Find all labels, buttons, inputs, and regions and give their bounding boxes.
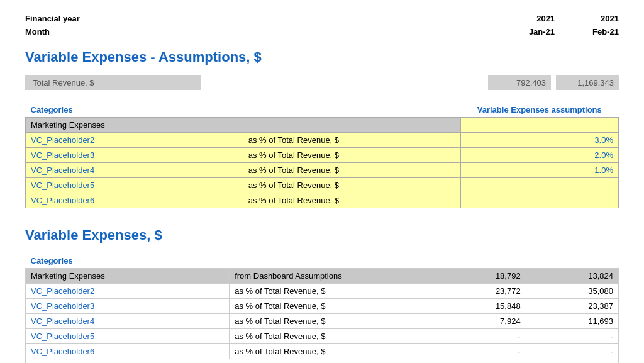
financial-year-label: Financial year: [25, 13, 80, 26]
exp-data-col2-3: as % of Total Revenue, $: [230, 313, 433, 328]
assumptions-section: Variable Expenses - Assumptions, $ Total…: [25, 49, 619, 208]
col2-month: Feb-21: [592, 26, 619, 39]
assump-data-assump-2: 2.0%: [460, 147, 618, 162]
col1-header: 2021 Jan-21: [529, 13, 555, 39]
exp-data-val1-2: 15,848: [433, 298, 526, 313]
assump-data-assump-empty-4: [460, 177, 618, 193]
exp-data-val2-2: 23,387: [526, 298, 618, 313]
assump-data-col2-3: as % of Total Revenue, $: [243, 162, 460, 177]
exp-data-val1-1: 23,772: [433, 283, 526, 298]
exp-data-col2-5: as % of Total Revenue, $: [230, 343, 433, 359]
assump-data-col1-1: VC_Placeholder2: [26, 132, 243, 147]
page-header: Financial year Month 2021 Jan-21 2021 Fe…: [25, 13, 619, 39]
assump-data-assump-empty-5: [460, 193, 618, 208]
assump-data-col2-5: as % of Total Revenue, $: [243, 193, 460, 208]
header-right: 2021 Jan-21 2021 Feb-21: [529, 13, 619, 39]
exp-section-val1-0: 18,792: [433, 268, 526, 283]
col1-year: 2021: [529, 13, 555, 26]
exp-data-val1-5: -: [433, 343, 526, 359]
col2-year: 2021: [592, 13, 619, 26]
exp-data-col1-4: VC_Placeholder5: [26, 328, 230, 343]
assump-data-assump-1: 3.0%: [460, 132, 618, 147]
assump-data-col1-2: VC_Placeholder3: [26, 147, 243, 162]
month-label: Month: [25, 26, 80, 39]
expenses-col-header-val2: [526, 254, 618, 269]
expenses-table: Categories Marketing Expenses from Dashb…: [25, 254, 619, 363]
exp-section-col2-0: from Dashboard Assumptions: [230, 268, 433, 283]
exp-data-col2-2: as % of Total Revenue, $: [230, 298, 433, 313]
assumptions-col-header-variable: Variable Expenses assumptions: [460, 103, 618, 118]
exp-section-col1-0: Marketing Expenses: [26, 268, 230, 283]
col2-header: 2021 Feb-21: [592, 13, 619, 39]
expenses-section: Variable Expenses, $ Categories Marketin…: [25, 227, 619, 363]
total-label: Total Variable Expenses: [26, 359, 433, 363]
assumptions-col-header-categories: Categories: [26, 103, 243, 118]
expenses-col-header-categories: Categories: [26, 254, 230, 269]
total-revenue-label: Total Revenue, $: [25, 75, 201, 90]
exp-data-val2-5: -: [526, 343, 618, 359]
assumptions-col-header-empty: [243, 103, 460, 118]
exp-data-col1-1: VC_Placeholder2: [26, 283, 230, 298]
exp-data-col2-4: as % of Total Revenue, $: [230, 328, 433, 343]
assump-data-col2-1: as % of Total Revenue, $: [243, 132, 460, 147]
total-revenue-row: Total Revenue, $ 792,403 1,169,343: [25, 75, 619, 90]
exp-data-val2-4: -: [526, 328, 618, 343]
total-val2: 83,985: [526, 359, 618, 363]
assump-data-col1-3: VC_Placeholder4: [26, 162, 243, 177]
exp-data-val1-4: -: [433, 328, 526, 343]
exp-data-val2-1: 35,080: [526, 283, 618, 298]
assump-data-col1-5: VC_Placeholder6: [26, 193, 243, 208]
assump-data-assump-3: 1.0%: [460, 162, 618, 177]
assump-section-header-col1: Marketing Expenses: [26, 117, 461, 132]
assump-data-col2-4: as % of Total Revenue, $: [243, 177, 460, 193]
exp-section-val2-0: 13,824: [526, 268, 618, 283]
exp-data-col1-2: VC_Placeholder3: [26, 298, 230, 313]
expenses-col-header-val1: [433, 254, 526, 269]
total-val1: 66,336: [433, 359, 526, 363]
total-revenue-values: 792,403 1,169,343: [488, 75, 619, 90]
exp-data-col1-3: VC_Placeholder4: [26, 313, 230, 328]
assump-data-col2-2: as % of Total Revenue, $: [243, 147, 460, 162]
exp-data-col2-1: as % of Total Revenue, $: [230, 283, 433, 298]
exp-data-col1-5: VC_Placeholder6: [26, 343, 230, 359]
assump-section-header-assump: [460, 117, 618, 132]
assumptions-table: Categories Variable Expenses assumptions…: [25, 103, 619, 208]
header-left: Financial year Month: [25, 13, 80, 39]
total-revenue-val1: 792,403: [488, 75, 551, 90]
expenses-col-header-empty: [230, 254, 433, 269]
col1-month: Jan-21: [529, 26, 555, 39]
exp-data-val1-3: 7,924: [433, 313, 526, 328]
assump-data-col1-4: VC_Placeholder5: [26, 177, 243, 193]
expenses-title: Variable Expenses, $: [25, 227, 619, 243]
total-revenue-val2: 1,169,343: [556, 75, 619, 90]
assumptions-title: Variable Expenses - Assumptions, $: [25, 49, 619, 65]
exp-data-val2-3: 11,693: [526, 313, 618, 328]
